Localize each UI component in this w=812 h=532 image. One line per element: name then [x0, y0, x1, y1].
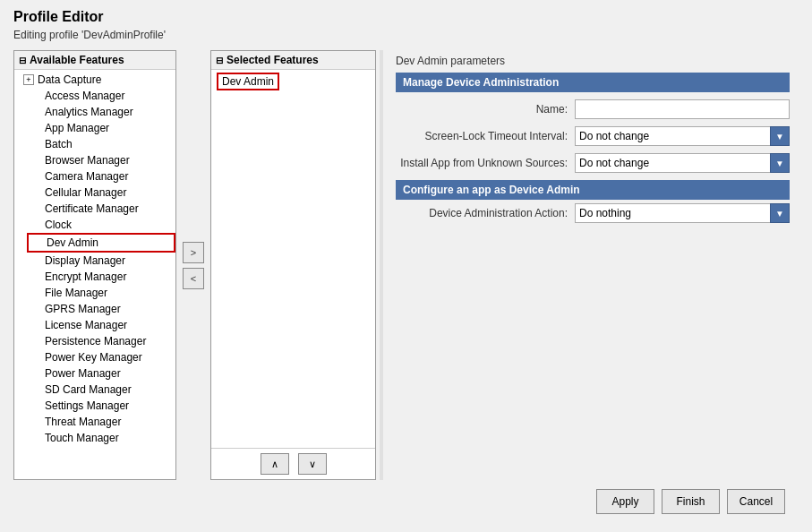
- move-down-button[interactable]: ∨: [298, 453, 327, 475]
- data-capture-label: Data Capture: [38, 73, 101, 86]
- name-row: Name:: [396, 99, 790, 119]
- params-panel: Dev Admin parameters Manage Device Admin…: [387, 50, 799, 480]
- selected-features-list: Dev Admin: [211, 70, 375, 448]
- feature-access-manager[interactable]: Access Manager: [27, 88, 175, 104]
- screen-lock-control: Do not change ▼: [575, 126, 790, 146]
- selected-dev-admin-label[interactable]: Dev Admin: [217, 73, 279, 90]
- selected-nav-buttons: ∧ ∨: [211, 448, 375, 479]
- vertical-divider: [380, 50, 383, 480]
- feature-camera-manager[interactable]: Camera Manager: [27, 168, 175, 184]
- screen-lock-value: Do not change: [579, 130, 649, 142]
- install-app-arrow[interactable]: ▼: [770, 153, 790, 173]
- selected-panel-header: ⊟ Selected Features: [211, 51, 375, 70]
- window-title: Profile Editor: [13, 9, 799, 25]
- selected-features-panel: ⊟ Selected Features Dev Admin ∧ ∨: [210, 50, 376, 480]
- feature-license-manager[interactable]: License Manager: [27, 317, 175, 333]
- profile-editor-window: Profile Editor Editing profile 'DevAdmin…: [0, 0, 812, 532]
- feature-power-key-manager[interactable]: Power Key Manager: [27, 349, 175, 365]
- editing-label: Editing profile 'DevAdminProfile': [13, 29, 799, 41]
- configure-section-header: Configure an app as Device Admin: [396, 180, 790, 200]
- screen-lock-arrow[interactable]: ▼: [770, 126, 790, 146]
- remove-feature-button[interactable]: <: [183, 268, 204, 289]
- name-label: Name:: [396, 103, 575, 116]
- install-app-value: Do not change: [579, 157, 649, 169]
- data-capture-group: + Data Capture: [14, 72, 175, 88]
- selected-dev-admin-item[interactable]: Dev Admin: [211, 72, 375, 91]
- panel-expand-icon: ⊟: [19, 56, 26, 65]
- manage-section-header: Manage Device Administration: [396, 73, 790, 92]
- expand-icon[interactable]: +: [23, 74, 34, 85]
- install-app-label: Install App from Unknown Sources:: [396, 157, 575, 169]
- feature-threat-manager[interactable]: Threat Manager: [27, 414, 175, 430]
- feature-cellular-manager[interactable]: Cellular Manager: [27, 184, 175, 201]
- finish-button[interactable]: Finish: [662, 489, 720, 514]
- data-capture-header[interactable]: + Data Capture: [23, 73, 171, 87]
- install-app-dropdown[interactable]: Do not change: [575, 153, 771, 173]
- feature-file-manager[interactable]: File Manager: [27, 285, 175, 301]
- feature-batch[interactable]: Batch: [27, 136, 175, 152]
- available-panel-title: Available Features: [30, 54, 124, 66]
- action-row: Device Administration Action: Do nothing…: [396, 203, 790, 223]
- move-up-button[interactable]: ∧: [261, 453, 289, 475]
- install-app-control: Do not change ▼: [575, 153, 790, 173]
- feature-gprs-manager[interactable]: GPRS Manager: [27, 301, 175, 317]
- name-control: [575, 99, 790, 119]
- feature-encrypt-manager[interactable]: Encrypt Manager: [27, 269, 175, 285]
- screen-lock-row: Screen-Lock Timeout Interval: Do not cha…: [396, 126, 790, 146]
- add-feature-button[interactable]: >: [183, 242, 204, 263]
- screen-lock-label: Screen-Lock Timeout Interval:: [396, 130, 575, 142]
- action-value: Do nothing: [579, 207, 631, 219]
- action-control: Do nothing ▼: [575, 203, 790, 223]
- feature-certificate-manager[interactable]: Certificate Manager: [27, 201, 175, 217]
- feature-display-manager[interactable]: Display Manager: [27, 253, 175, 269]
- feature-browser-manager[interactable]: Browser Manager: [27, 152, 175, 168]
- selected-panel-title: Selected Features: [227, 54, 319, 66]
- name-input[interactable]: [575, 99, 790, 119]
- apply-button[interactable]: Apply: [596, 489, 654, 514]
- action-dropdown[interactable]: Do nothing: [575, 203, 771, 223]
- features-list: + Data Capture Access Manager Analytics …: [14, 70, 175, 479]
- feature-sd-card-manager[interactable]: SD Card Manager: [27, 382, 175, 398]
- feature-touch-manager[interactable]: Touch Manager: [27, 430, 175, 446]
- selected-expand-icon: ⊟: [216, 56, 223, 65]
- action-arrow[interactable]: ▼: [770, 203, 790, 223]
- content-area: ⊟ Available Features + Data Capture Acce…: [13, 50, 799, 480]
- feature-children: Access Manager Analytics Manager App Man…: [14, 88, 175, 446]
- available-features-panel: ⊟ Available Features + Data Capture Acce…: [13, 50, 176, 480]
- feature-app-manager[interactable]: App Manager: [27, 120, 175, 136]
- feature-persistence-manager[interactable]: Persistence Manager: [27, 333, 175, 349]
- feature-settings-manager[interactable]: Settings Manager: [27, 398, 175, 414]
- available-panel-header: ⊟ Available Features: [14, 51, 175, 70]
- feature-power-manager[interactable]: Power Manager: [27, 365, 175, 382]
- footer: Apply Finish Cancel: [13, 480, 799, 523]
- feature-dev-admin[interactable]: Dev Admin: [27, 233, 175, 253]
- screen-lock-dropdown[interactable]: Do not change: [575, 126, 771, 146]
- transfer-buttons: > <: [180, 50, 207, 480]
- install-app-row: Install App from Unknown Sources: Do not…: [396, 153, 790, 173]
- cancel-button[interactable]: Cancel: [727, 489, 785, 514]
- params-title: Dev Admin parameters: [396, 55, 790, 67]
- action-label: Device Administration Action:: [396, 207, 575, 219]
- feature-clock[interactable]: Clock: [27, 217, 175, 233]
- feature-analytics-manager[interactable]: Analytics Manager: [27, 104, 175, 120]
